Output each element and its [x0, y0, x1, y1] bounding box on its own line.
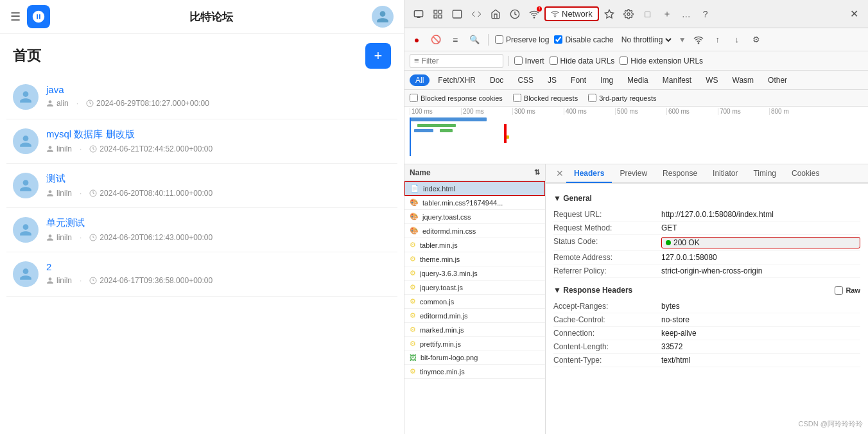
- file-list-item[interactable]: 📄 index.html: [404, 181, 545, 196]
- type-filter-btn-all[interactable]: All: [410, 74, 430, 86]
- add-panel-icon[interactable]: ＋: [658, 5, 676, 23]
- disable-cache-label[interactable]: Disable cache: [554, 35, 613, 44]
- tab-preview[interactable]: Preview: [612, 165, 655, 183]
- blocked-cookies-checkbox[interactable]: [410, 94, 418, 102]
- type-filter-btn-manifest[interactable]: Manifest: [657, 74, 697, 86]
- invert-checkbox[interactable]: [514, 56, 523, 65]
- network-settings-icon[interactable]: ⚙: [749, 33, 763, 47]
- preserve-log-label[interactable]: Preserve log: [495, 35, 549, 44]
- post-item[interactable]: 测试 liniln · 2024-06-20T08:40:11.000+00:0…: [6, 164, 397, 208]
- type-filter-btn-js[interactable]: JS: [542, 74, 562, 86]
- file-list-item[interactable]: 🎨 editormd.min.css: [404, 224, 545, 238]
- tab-response[interactable]: Response: [655, 165, 705, 183]
- post-item[interactable]: java alin · 2024-06-29T08:10:27.000+00:0…: [6, 75, 397, 119]
- more-panels-icon[interactable]: □: [639, 5, 657, 23]
- file-list-item[interactable]: ⚙ jquery-3.6.3.min.js: [404, 266, 545, 281]
- record-button[interactable]: ●: [410, 33, 424, 47]
- type-filter-btn-ws[interactable]: WS: [700, 74, 724, 86]
- download-icon[interactable]: ↓: [730, 33, 744, 47]
- timeline-tick: 800 m: [769, 108, 820, 115]
- file-list-item[interactable]: ⚙ tinymce.min.js: [404, 365, 545, 379]
- network-tab[interactable]: Network: [544, 6, 599, 21]
- file-name: jquery.toast.css: [422, 213, 471, 221]
- site-title: 比特论坛: [56, 10, 365, 24]
- tab-headers[interactable]: Headers: [566, 165, 612, 183]
- post-title[interactable]: 测试: [46, 173, 391, 185]
- post-title[interactable]: mysql 数据库 删改版: [46, 128, 391, 141]
- filter-input-wrap[interactable]: ≡: [410, 54, 503, 68]
- wifi-icon[interactable]: [691, 33, 706, 47]
- type-filter-btn-fetch-xhr[interactable]: Fetch/XHR: [432, 74, 482, 86]
- sources-icon[interactable]: [448, 5, 466, 23]
- elements-icon[interactable]: [429, 5, 447, 23]
- upload-icon[interactable]: ↑: [711, 33, 725, 47]
- raw-checkbox[interactable]: [835, 286, 843, 295]
- blocked-requests-label[interactable]: Blocked requests: [513, 94, 578, 102]
- help-icon[interactable]: ?: [697, 5, 715, 23]
- file-list-item[interactable]: ⚙ marked.min.js: [404, 323, 545, 337]
- file-list-item[interactable]: ⚙ common.js: [404, 295, 545, 309]
- lighthouse-icon[interactable]: [600, 5, 618, 23]
- post-item[interactable]: mysql 数据库 删改版 liniln · 2024-06-21T02:44:…: [6, 119, 397, 164]
- post-title[interactable]: 2: [46, 261, 391, 272]
- file-list-item[interactable]: ⚙ editormd.min.js: [404, 309, 545, 323]
- invert-label[interactable]: Invert: [514, 56, 544, 65]
- more-options-icon[interactable]: …: [677, 5, 695, 23]
- header-value: 33572: [661, 342, 860, 351]
- third-party-label[interactable]: 3rd-party requests: [588, 94, 656, 102]
- file-list-item[interactable]: ⚙ tabler.min.js: [404, 238, 545, 252]
- post-title[interactable]: java: [46, 84, 391, 95]
- tab-initiator[interactable]: Initiator: [705, 165, 745, 183]
- type-filter-btn-css[interactable]: CSS: [512, 74, 539, 86]
- avatar-top[interactable]: [372, 6, 394, 28]
- type-filter-btn-wasm[interactable]: Wasm: [727, 74, 760, 86]
- throttle-select[interactable]: No throttling Fast 3G Slow 3G: [619, 35, 673, 45]
- post-title[interactable]: 单元测试: [46, 217, 391, 229]
- clear-button[interactable]: 🚫: [429, 33, 443, 47]
- svg-rect-10: [453, 10, 461, 18]
- file-list-item[interactable]: 🎨 jquery.toast.css: [404, 210, 545, 224]
- file-list-item[interactable]: ⚙ prettify.min.js: [404, 337, 545, 351]
- hide-data-urls-label[interactable]: Hide data URLs: [550, 56, 615, 65]
- hide-data-urls-checkbox[interactable]: [550, 56, 558, 65]
- name-list-sort-icon[interactable]: ⇅: [534, 168, 540, 177]
- post-item[interactable]: 单元测试 liniln · 2024-06-20T06:12:43.000+00…: [6, 208, 397, 252]
- file-type-icon: ⚙: [410, 283, 416, 291]
- close-tab-icon[interactable]: ✕: [553, 164, 566, 182]
- file-list-item[interactable]: 🖼 bit-forum-logo.png: [404, 351, 545, 365]
- search-button[interactable]: 🔍: [467, 33, 482, 47]
- network-error-icon[interactable]: !: [525, 5, 543, 23]
- add-button[interactable]: +: [365, 43, 391, 69]
- preserve-log-checkbox[interactable]: [495, 35, 503, 44]
- file-list-item[interactable]: 🎨 tabler.min.css?1674944...: [404, 196, 545, 210]
- tab-cookies[interactable]: Cookies: [784, 165, 827, 183]
- blocked-requests-checkbox[interactable]: [513, 94, 521, 102]
- file-list-item[interactable]: ⚙ jquery.toast.js: [404, 281, 545, 295]
- post-avatar: [13, 261, 39, 287]
- type-filter-btn-doc[interactable]: Doc: [484, 74, 509, 86]
- home-icon[interactable]: [487, 5, 505, 23]
- close-devtools-button[interactable]: ✕: [845, 5, 863, 23]
- console-icon[interactable]: [467, 5, 485, 23]
- hide-ext-urls-label[interactable]: Hide extension URLs: [620, 56, 703, 65]
- type-filter-btn-other[interactable]: Other: [762, 74, 793, 86]
- tab-timing[interactable]: Timing: [745, 165, 784, 183]
- filter-toggle-icon[interactable]: ≡: [448, 33, 462, 47]
- performance-icon[interactable]: [506, 5, 524, 23]
- hamburger-icon[interactable]: ☰: [10, 10, 21, 24]
- disable-cache-checkbox[interactable]: [554, 35, 562, 44]
- type-filter-btn-media[interactable]: Media: [621, 74, 654, 86]
- third-party-checkbox[interactable]: [588, 94, 596, 102]
- blocked-cookies-label[interactable]: Blocked response cookies: [410, 94, 503, 102]
- device-toggle-icon[interactable]: [410, 5, 428, 23]
- file-name: bit-forum-logo.png: [421, 354, 478, 361]
- settings-devtools-icon[interactable]: [620, 5, 638, 23]
- type-filter-btn-img[interactable]: Img: [595, 74, 619, 86]
- file-list-item[interactable]: ⚙ theme.min.js: [404, 252, 545, 266]
- hide-ext-urls-checkbox[interactable]: [620, 56, 628, 65]
- post-item[interactable]: 2 liniln · 2024-06-17T09:36:58.000+00:00: [6, 252, 397, 297]
- raw-checkbox-label[interactable]: Raw: [835, 286, 860, 295]
- response-rows: Accept-Ranges:bytesCache-Control:no-stor…: [553, 300, 860, 367]
- filter-input[interactable]: [422, 56, 499, 65]
- type-filter-btn-font[interactable]: Font: [565, 74, 592, 86]
